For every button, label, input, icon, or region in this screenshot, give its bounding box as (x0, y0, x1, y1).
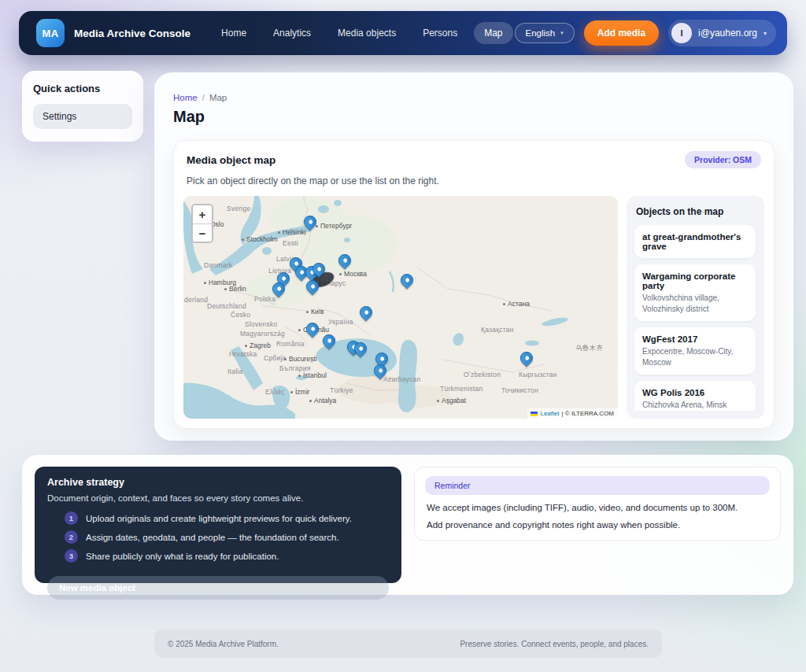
attribution-text: | © ILTERRA.COM (562, 410, 615, 417)
map-object-item-at-great-grandmother-s-grave[interactable]: at great-grandmother's grave (634, 225, 756, 258)
map-label-sverige: Sverige (227, 205, 251, 212)
archive-strategy-card: Archive strategy Document origin, contex… (35, 467, 401, 583)
map-label-derland: derland (184, 296, 208, 304)
map-label-magyarorsz-g: Magyarország (240, 330, 285, 338)
map-label-: Київ (306, 308, 324, 316)
step-number-badge: 2 (65, 530, 78, 544)
map-label-esko: Česko (231, 311, 250, 319)
brand-title: Media Archive Console (74, 28, 190, 39)
footer-copyright: © 2025 Media Archive Platform. (168, 640, 279, 648)
map-label-deutschland: Deutschland (207, 302, 246, 310)
map-label-zagreb: Zagreb (245, 342, 271, 349)
map-zoom-control: + − (191, 204, 213, 243)
strategy-step-2: 2Assign dates, geodata, and people — the… (65, 530, 389, 544)
main-content: Home / Map Map Media object map Provider… (154, 72, 793, 441)
reminder-badge: Reminder (425, 476, 770, 495)
zoom-in-button[interactable]: + (193, 205, 212, 223)
map-card-title: Media object map (187, 154, 275, 166)
breadcrumb-home-link[interactable]: Home (173, 93, 198, 102)
chevron-down-icon: ▾ (763, 30, 767, 37)
nav-links: HomeAnalyticsMedia objectsPersonsMap (211, 22, 512, 44)
zoom-out-button[interactable]: − (193, 223, 212, 242)
quick-actions-title: Quick actions (33, 83, 132, 94)
provider-badge: Provider: OSM (685, 151, 761, 168)
map-label-: Србија (264, 354, 287, 362)
map-base (183, 196, 618, 419)
nav-link-persons[interactable]: Persons (412, 22, 468, 44)
map-label-eesti: Eesti (283, 239, 298, 247)
map-label-: 乌鲁木齐 (575, 344, 603, 353)
reminder-card: Reminder We accept images (including TIF… (414, 467, 781, 541)
breadcrumb-current: Map (209, 93, 227, 102)
avatar: I (671, 23, 692, 43)
map-card-header: Media object map Provider: OSM (183, 151, 764, 168)
navbar: MA Media Archive Console HomeAnalyticsMe… (19, 11, 787, 55)
map-label-slovensko: Slovensko (245, 320, 277, 328)
page: MA Media Archive Console HomeAnalyticsMe… (0, 0, 806, 672)
object-item-title: at great-grandmother's grave (642, 232, 748, 251)
map-label-t-rkmenistan: Türkmenistan (440, 385, 483, 393)
user-menu[interactable]: I i@yauhen.org ▾ (668, 20, 776, 46)
breadcrumb: Home / Map (173, 93, 775, 102)
map-label-az-rbaycan: Azərbaycan (383, 375, 420, 383)
strategy-steps: 1Upload originals and create lightweight… (47, 511, 389, 563)
ukraine-flag-icon (531, 412, 538, 416)
map-label-: Україна (328, 318, 353, 326)
nav-link-map[interactable]: Map (474, 22, 512, 44)
map-label-danmark: Danmark (204, 261, 232, 269)
nav-link-analytics[interactable]: Analytics (263, 22, 321, 44)
object-item-subtitle: Expocentre, Moscow-City, Moscow (642, 346, 748, 367)
map-label-polska: Polska (254, 295, 275, 303)
map-object-item-wg-polis-2016[interactable]: WG Polis 2016Chizhovka Arena, Minsk (634, 381, 756, 411)
page-title: Map (173, 108, 775, 126)
map-label-rom-nia: România (276, 340, 305, 348)
map-label-o-zbekiston: Oʻzbekiston (464, 371, 501, 378)
map-label-stockholm: Stockholm (242, 235, 278, 243)
object-item-title: Wargaming corporate party (642, 271, 748, 290)
nav-link-media-objects[interactable]: Media objects (327, 22, 406, 44)
map-label-i-zmir: İzmir (290, 388, 309, 396)
user-email: i@yauhen.org (698, 28, 757, 39)
map-object-item-wgfest-2017[interactable]: WgFest 2017Expocentre, Moscow-City, Mosc… (634, 327, 756, 375)
strategy-title: Archive strategy (47, 477, 389, 488)
objects-panel-title: Objects on the map (636, 206, 756, 217)
map-card-description: Pick an object directly on the map or us… (187, 175, 761, 186)
reminder-line-2: Add provenance and copyright notes right… (427, 520, 768, 530)
leaflet-link[interactable]: Leaflet (540, 410, 559, 417)
step-text: Assign dates, geodata, and people — the … (86, 533, 339, 542)
step-text: Upload originals and create lightweight … (86, 514, 352, 523)
object-item-subtitle: Chizhovka Arena, Minsk (642, 400, 748, 411)
reminder-line-1: We accept images (including TIFF), audio… (427, 503, 768, 512)
map-label-a-gabat: Aşgabat (437, 397, 466, 404)
language-select[interactable]: English ▾ (515, 23, 575, 43)
strategy-step-1: 1Upload originals and create lightweight… (65, 511, 389, 525)
map-label-: Қазақстан (481, 326, 514, 334)
map-label-: Тоҷикистон (501, 386, 538, 394)
strategy-step-3: 3Share publicly only what is ready for p… (65, 549, 389, 563)
map-object-item-wargaming-corporate-party[interactable]: Wargaming corporate partyVolkovshchina v… (634, 264, 756, 321)
map-label-t-rkiye: Türkiye (330, 386, 353, 394)
map-label-: Астана (503, 300, 530, 308)
objects-panel: Objects on the map at great-grandmother'… (627, 196, 764, 419)
footer-tagline: Preserve stories. Connect events, people… (460, 640, 649, 648)
breadcrumb-separator: / (202, 93, 205, 102)
step-number-badge: 1 (65, 511, 78, 525)
map-label-italia: Italia (227, 367, 242, 375)
object-item-title: WG Polis 2016 (642, 388, 748, 397)
new-media-object-button[interactable]: New media object (47, 576, 389, 600)
footer: © 2025 Media Archive Platform. Preserve … (154, 630, 662, 658)
map-label-: Ελλάς (265, 388, 284, 396)
map-label-: Москва (339, 270, 367, 278)
chevron-down-icon: ▾ (560, 30, 564, 36)
map-label-i-stanbul: İstanbul (298, 371, 327, 379)
settings-button[interactable]: Settings (33, 104, 132, 129)
map-attribution: Leaflet | © ILTERRA.COM (527, 408, 618, 419)
nav-link-home[interactable]: Home (211, 22, 257, 44)
add-media-button[interactable]: Add media (584, 20, 659, 46)
objects-list[interactable]: at great-grandmother's graveWargaming co… (634, 225, 757, 411)
step-number-badge: 3 (65, 549, 78, 563)
leaflet-map[interactable]: SverigeOsloStockholmHelsinkiEestiLatvija… (183, 196, 618, 419)
map-label-hrvatska: Hrvatska (229, 350, 257, 358)
map-label-bucure-ti: București (284, 355, 316, 363)
strategy-description: Document origin, context, and faces so e… (47, 493, 389, 503)
